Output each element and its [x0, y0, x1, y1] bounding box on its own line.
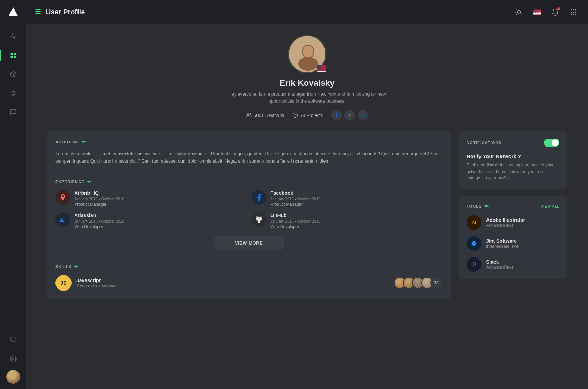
sidebar-item-dashboard[interactable]	[0, 47, 26, 64]
apps-icon	[570, 8, 577, 16]
profile-name: Erik Kovalsky	[47, 78, 567, 88]
endorser-count: 38	[430, 277, 442, 289]
chip-icon	[10, 90, 17, 97]
page-title: User Profile	[46, 8, 85, 16]
sidebar-logo[interactable]	[0, 0, 26, 24]
sidebar-item-search[interactable]	[6, 331, 20, 348]
svg-line-20	[516, 14, 517, 14]
jira-icon	[469, 239, 479, 248]
skills-edit[interactable]: ✏	[74, 264, 79, 269]
sidebar-bottom	[6, 331, 20, 389]
airbnb-icon	[59, 194, 67, 201]
about-me-title: ABOUT ME ✏	[55, 139, 442, 144]
svg-rect-1	[10, 53, 13, 55]
github-company: GitHub	[270, 212, 442, 218]
slack-info: Slack Advanced level	[486, 259, 559, 270]
search-icon	[10, 336, 17, 343]
notifications-button[interactable]	[549, 6, 561, 18]
sidebar-item-chip[interactable]	[0, 84, 26, 102]
notification-badge	[557, 7, 560, 10]
sidebar-item-activity[interactable]	[0, 28, 26, 45]
svg-point-49	[534, 12, 535, 12]
notifications-header: NOTIFICATIONS	[467, 139, 559, 147]
js-info: Javascript 7 years of experience	[76, 278, 389, 288]
slack-icon	[469, 260, 479, 269]
tools-view-all[interactable]: VIEW ALL	[541, 204, 559, 208]
relations-stat: 500+ Relations	[246, 112, 284, 118]
atlassian-logo	[55, 212, 70, 227]
atlassian-icon	[59, 216, 67, 224]
svg-point-65	[298, 57, 318, 71]
airbnb-dates: January 2018 • October 2018	[74, 197, 246, 201]
sidebar-item-settings[interactable]	[6, 350, 20, 368]
sidebar-item-cube[interactable]	[0, 66, 26, 83]
social-links: f t in	[331, 110, 368, 120]
svg-point-60	[573, 14, 574, 15]
linkedin-link[interactable]: in	[358, 110, 368, 120]
svg-point-38	[536, 10, 536, 10]
facebook-link[interactable]: f	[331, 110, 342, 120]
projects-count: 78 Projects	[300, 113, 323, 118]
svg-point-35	[534, 10, 534, 10]
svg-line-16	[516, 9, 517, 10]
header-left: User Profile	[35, 8, 85, 16]
logo-icon	[8, 7, 19, 18]
projects-icon	[292, 112, 298, 118]
svg-point-46	[535, 11, 535, 12]
svg-point-53	[571, 9, 572, 10]
sun-icon	[515, 8, 523, 16]
svg-rect-71	[317, 70, 326, 71]
tools-card: TOOLS ✏ VIEW ALL Ai	[459, 196, 567, 279]
svg-point-36	[534, 10, 535, 10]
notifications-section-title: NOTIFICATIONS	[467, 141, 501, 145]
svg-point-57	[573, 12, 574, 13]
notify-title: Notify Your Network ?	[467, 153, 559, 159]
svg-point-41	[535, 10, 535, 11]
svg-point-31	[534, 9, 535, 10]
js-experience: 7 years of experience	[76, 283, 389, 288]
svg-point-47	[536, 11, 536, 12]
svg-point-61	[575, 14, 576, 15]
theme-toggle[interactable]	[513, 6, 525, 18]
twitter-link[interactable]: t	[344, 110, 355, 120]
experience-edit[interactable]: ✏	[87, 179, 91, 185]
main-area: User Profile	[26, 0, 588, 389]
svg-rect-83	[475, 263, 476, 265]
tool-illustrator: Ai Adobe Illustrator Advanced level	[467, 215, 559, 230]
notify-desc: Enable or disable this setting to manage…	[467, 162, 559, 181]
activity-icon	[10, 33, 17, 40]
svg-rect-82	[473, 262, 475, 263]
svg-point-37	[535, 10, 535, 10]
hamburger-menu[interactable]	[35, 8, 42, 16]
sidebar-item-chat[interactable]	[0, 103, 26, 121]
notifications-toggle[interactable]	[544, 139, 559, 147]
view-more-button[interactable]: VIEW MORE	[214, 236, 284, 250]
illustrator-logo: Ai	[467, 215, 481, 230]
chat-icon	[10, 109, 17, 115]
user-avatar-sidebar[interactable]	[6, 370, 20, 384]
about-me-edit[interactable]: ✏	[82, 139, 86, 144]
hamburger-icon	[35, 8, 42, 15]
language-selector[interactable]	[531, 6, 543, 18]
jira-logo	[467, 236, 481, 251]
tools-edit[interactable]: ✏	[485, 204, 489, 209]
svg-point-59	[571, 14, 572, 15]
svg-line-17	[521, 14, 521, 14]
svg-rect-3	[10, 56, 13, 58]
experience-grid: Airbnb HQ January 2018 • October 2018 Pr…	[55, 190, 442, 229]
grid-icon	[10, 52, 17, 59]
svg-point-48	[534, 12, 534, 12]
flag-us-icon	[533, 8, 541, 16]
svg-point-9	[12, 358, 14, 360]
slack-logo	[467, 257, 481, 272]
header: User Profile	[26, 0, 588, 24]
github-dates: January 2018 • October 2018	[270, 219, 442, 223]
atlassian-info: Atlassian January 2018 • October 2018 We…	[74, 212, 246, 229]
illustrator-level: Advanced level	[486, 223, 559, 228]
slack-level: Advanced level	[486, 265, 559, 270]
svg-line-8	[14, 341, 16, 342]
apps-menu[interactable]	[567, 6, 580, 18]
facebook-info: Facebook January 2018 • October 2018 Pro…	[270, 190, 442, 207]
svg-rect-26	[533, 12, 541, 13]
divider-1	[55, 172, 442, 172]
